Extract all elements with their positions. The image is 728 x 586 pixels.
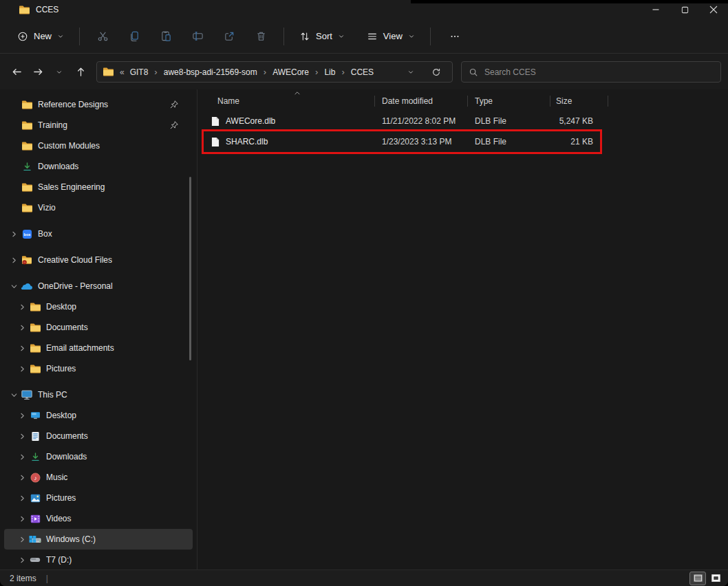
file-explorer-window: CCES New Sort View xyxy=(0,0,728,586)
sidebar-item-training[interactable]: Training xyxy=(4,115,193,135)
view-toggles xyxy=(689,572,728,585)
search-box[interactable] xyxy=(461,61,721,83)
chevron-right-icon[interactable] xyxy=(17,410,28,421)
sidebar-item-pictures[interactable]: Pictures xyxy=(4,358,193,379)
file-type: DLB File xyxy=(468,137,550,146)
chevron-right-icon[interactable] xyxy=(17,431,28,442)
sidebar-item-downloads[interactable]: Downloads xyxy=(4,156,193,177)
sidebar-item-vizio[interactable]: Vizio xyxy=(4,197,193,218)
sidebar-item-pictures[interactable]: Pictures xyxy=(4,488,193,508)
sidebar-item-desktop[interactable]: Desktop xyxy=(4,405,193,426)
onedrive-icon xyxy=(19,283,34,290)
sidebar-item-t7-d[interactable]: T7 (D:) xyxy=(4,550,193,569)
folder-icon xyxy=(28,323,43,333)
breadcrumb-item[interactable]: Lib xyxy=(321,66,338,78)
sidebar-item-documents[interactable]: Documents xyxy=(4,426,193,446)
column-header-date-modified[interactable]: Date modified xyxy=(375,95,468,107)
sidebar-item-label: Reference Designs xyxy=(38,100,108,109)
sidebar-item-desktop[interactable]: Desktop xyxy=(4,296,193,317)
breadcrumb[interactable]: « GIT8›awe8-bsp-adi-21569-som›AWECore›Li… xyxy=(96,61,453,83)
sidebar-item-label: Vizio xyxy=(38,203,56,213)
sidebar-item-box[interactable]: boxBox xyxy=(4,224,193,244)
sort-button[interactable]: Sort xyxy=(293,26,351,47)
window-folder-icon xyxy=(19,5,30,15)
sidebar-item-label: T7 (D:) xyxy=(46,555,72,565)
sidebar-item-creative-cloud-files[interactable]: ∞Creative Cloud Files xyxy=(4,250,193,270)
sidebar-item-label: Training xyxy=(38,120,67,130)
view-button[interactable]: View xyxy=(361,26,421,47)
address-dropdown-button[interactable] xyxy=(404,65,418,79)
file-icon xyxy=(211,116,220,127)
sidebar-item-email-attachments[interactable]: Email attachments xyxy=(4,338,193,358)
recent-locations-button[interactable] xyxy=(50,63,69,82)
see-more-button[interactable] xyxy=(442,26,467,47)
back-arrow-icon xyxy=(11,66,23,78)
sidebar-item-downloads[interactable]: Downloads xyxy=(4,446,193,467)
chevron-right-icon[interactable] xyxy=(17,554,28,565)
cut-button[interactable] xyxy=(89,25,116,48)
sidebar-item-reference-designs[interactable]: Reference Designs xyxy=(4,94,193,115)
file-icon xyxy=(211,137,220,147)
folder-icon xyxy=(19,120,34,131)
sidebar-item-custom-modules[interactable]: Custom Modules xyxy=(4,135,193,156)
forward-button[interactable] xyxy=(28,63,47,82)
copy-button[interactable] xyxy=(120,25,148,48)
delete-button[interactable] xyxy=(247,25,275,48)
rename-button[interactable] xyxy=(184,25,211,48)
breadcrumb-item[interactable]: CCES xyxy=(348,66,376,78)
chevron-right-icon[interactable] xyxy=(17,322,28,333)
sidebar-item-label: Music xyxy=(46,473,67,482)
chevron-down-icon[interactable] xyxy=(8,281,19,292)
column-header-size-label: Size xyxy=(556,96,572,106)
file-row[interactable]: AWECore.dlb11/21/2022 8:02 PMDLB File5,2… xyxy=(198,111,728,131)
breadcrumb-item[interactable]: GIT8 xyxy=(127,66,151,78)
large-icons-view-button[interactable] xyxy=(707,572,724,585)
chevron-right-icon[interactable] xyxy=(17,451,28,462)
file-date-modified: 11/21/2022 8:02 PM xyxy=(375,116,468,126)
search-icon xyxy=(469,67,478,77)
download-icon xyxy=(28,452,43,462)
sidebar-item-label: Downloads xyxy=(38,162,78,171)
breadcrumb-item[interactable]: awe8-bsp-adi-21569-som xyxy=(161,66,260,78)
sidebar-scrollbar[interactable] xyxy=(189,177,191,360)
sidebar-item-onedrive-personal[interactable]: OneDrive - Personal xyxy=(4,276,193,296)
sidebar-item-windows-c[interactable]: Windows (C:) xyxy=(4,529,193,550)
paste-button[interactable] xyxy=(152,25,180,48)
toolbar-edit-buttons xyxy=(89,25,275,48)
column-header-size[interactable]: Size xyxy=(550,95,608,107)
chevron-right-icon[interactable] xyxy=(17,301,28,312)
column-header-type[interactable]: Type xyxy=(468,95,550,107)
new-button[interactable]: New xyxy=(11,26,70,47)
share-button[interactable] xyxy=(215,25,243,48)
chevron-right-icon[interactable] xyxy=(17,363,28,374)
breadcrumb-overflow[interactable]: « xyxy=(120,67,125,77)
sidebar-item-label: Pictures xyxy=(46,493,76,503)
sidebar-item-label: Sales Engineering xyxy=(38,182,105,192)
chevron-right-icon[interactable] xyxy=(17,472,28,483)
up-arrow-icon xyxy=(75,66,87,78)
sidebar-item-documents[interactable]: Documents xyxy=(4,317,193,338)
sidebar-item-this-pc[interactable]: This PC xyxy=(4,384,193,405)
chevron-right-icon[interactable] xyxy=(8,228,19,239)
chevron-right-icon[interactable] xyxy=(17,513,28,524)
file-row[interactable]: SHARC.dlb1/23/2023 3:13 PMDLB File21 KB xyxy=(198,131,728,152)
refresh-button[interactable] xyxy=(429,65,444,80)
back-button[interactable] xyxy=(7,63,26,82)
chevron-right-icon[interactable] xyxy=(17,534,28,545)
t7-drive-icon xyxy=(28,556,43,563)
up-button[interactable] xyxy=(71,63,90,82)
items-count: 2 items xyxy=(10,574,36,583)
new-plus-icon xyxy=(17,31,28,42)
chevron-right-icon[interactable] xyxy=(17,343,28,354)
chevron-right-icon[interactable] xyxy=(17,492,28,503)
details-view-button[interactable] xyxy=(689,572,706,585)
sidebar-item-videos[interactable]: Videos xyxy=(4,508,193,529)
breadcrumb-item[interactable]: AWECore xyxy=(270,66,312,78)
sidebar-item-music[interactable]: ♪Music xyxy=(4,467,193,488)
chevron-right-icon[interactable] xyxy=(8,254,19,265)
sidebar-item-sales-engineering[interactable]: Sales Engineering xyxy=(4,177,193,197)
search-input[interactable] xyxy=(484,67,714,77)
refresh-icon xyxy=(431,67,441,77)
chevron-down-icon[interactable] xyxy=(8,389,19,400)
column-header-name[interactable]: Name xyxy=(198,95,375,107)
